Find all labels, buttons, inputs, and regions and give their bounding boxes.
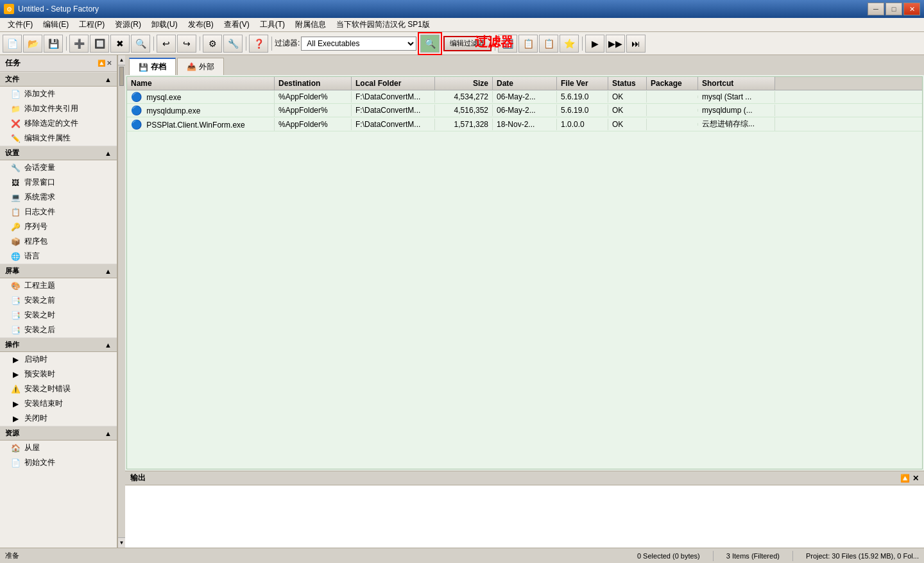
menu-file[interactable]: 文件(F) [3, 18, 38, 31]
table-row[interactable]: 🔵 mysqldump.exe %AppFolder% F:\DataConve… [127, 104, 922, 117]
sidebar-item-edit-props[interactable]: ✏️ 编辑文件属性 [0, 131, 117, 146]
col-header-shortcut[interactable]: Shortcut [698, 77, 775, 90]
section-actions-header[interactable]: 操作 ▲ [0, 337, 117, 352]
add-button[interactable]: ➕ [69, 35, 89, 53]
menu-uninstall[interactable]: 卸载(U) [146, 18, 183, 31]
filter-select[interactable]: All Executables [301, 37, 416, 51]
file-list-container[interactable]: Name Destination Local Folder Size Date … [126, 76, 923, 469]
menu-extra[interactable]: 附属信息 [290, 18, 331, 31]
cell-name-1: 🔵 mysql.exe [127, 90, 275, 103]
status-project: Project: 30 Files (15.92 MB), 0 Fol... [806, 552, 919, 560]
sidebar-item-install-error-label: 安装之时错误 [24, 383, 71, 394]
col-header-filever[interactable]: File Ver [557, 77, 608, 90]
sidebar-scrollbar[interactable]: ▲ ▼ [117, 55, 125, 548]
tab-archive[interactable]: 💾 存档 [129, 58, 176, 75]
sidebar-item-install-end[interactable]: ▶ 安装结束时 [0, 396, 117, 411]
run2-button[interactable]: ▶▶ [606, 35, 625, 53]
col-header-destination[interactable]: Destination [275, 77, 352, 90]
new-button[interactable]: 📄 [3, 35, 22, 53]
tab-external[interactable]: 📤 外部 [177, 58, 224, 75]
cell-status-2: OK [608, 105, 647, 116]
edit-filter-button[interactable]: 编辑过滤器 [443, 36, 492, 51]
scrollbar-down[interactable]: ▼ [118, 537, 125, 548]
sidebar-item-add-folder[interactable]: 📁 添加文件夹引用 [0, 101, 117, 116]
sidebar-item-shutdown[interactable]: ▶ 关闭时 [0, 411, 117, 426]
menu-about[interactable]: 当下软件园简洁汉化 SP1版 [331, 18, 435, 31]
settings-button[interactable]: ⚙ [203, 35, 222, 53]
maximize-button[interactable]: □ [886, 3, 902, 15]
scrollbar-thumb[interactable] [119, 67, 124, 86]
sidebar-item-language[interactable]: 🌐 语言 [0, 249, 117, 264]
sidebar-item-bg-window[interactable]: 🖼 背景窗口 [0, 175, 117, 190]
settings2-button[interactable]: 🔧 [223, 35, 243, 53]
open-button[interactable]: 📂 [23, 35, 42, 53]
session-var-icon: 🔧 [10, 163, 21, 173]
sidebar-item-session-var[interactable]: 🔧 会话变量 [0, 160, 117, 175]
col-header-package[interactable]: Package [647, 77, 698, 90]
redo-button[interactable]: ↪ [177, 35, 196, 53]
extra-button[interactable]: ⭐ [560, 35, 579, 53]
sidebar-item-startup-label: 启动时 [24, 354, 47, 365]
menu-bar: 文件(F) 编辑(E) 工程(P) 资源(R) 卸载(U) 发布(B) 查看(V… [0, 18, 924, 32]
scrollbar-up[interactable]: ▲ [118, 55, 125, 65]
close-button[interactable]: ✕ [903, 3, 920, 15]
output-close-icon[interactable]: ✕ [912, 474, 919, 483]
sidebar-item-during-install[interactable]: 📑 安装之时 [0, 308, 117, 323]
section-files-header[interactable]: 文件 ▲ [0, 72, 117, 87]
save-button[interactable]: 💾 [44, 35, 63, 53]
col-header-status[interactable]: Status [608, 77, 647, 90]
sidebar-item-after-install[interactable]: 📑 安装之后 [0, 323, 117, 337]
add-file-icon: 📄 [10, 89, 21, 99]
menu-tools[interactable]: 工具(T) [255, 18, 290, 31]
paste-button[interactable]: 📋 [539, 35, 558, 53]
sidebar-item-log-file[interactable]: 📋 日志文件 [0, 205, 117, 219]
sidebar-item-startup[interactable]: ▶ 启动时 [0, 352, 117, 367]
sidebar-collapse[interactable]: 🔼 [98, 60, 105, 67]
undo-button[interactable]: ↩ [157, 35, 176, 53]
sidebar-item-serial[interactable]: 🔑 序列号 [0, 219, 117, 234]
menu-publish[interactable]: 发布(B) [183, 18, 219, 31]
cell-local-3: F:\DataConvertM... [352, 119, 435, 130]
col-header-date[interactable]: Date [493, 77, 557, 90]
help-button[interactable]: ❓ [249, 35, 268, 53]
sidebar-item-pre-install-label: 预安装时 [24, 369, 55, 380]
sidebar-item-during-install-label: 安装之时 [24, 310, 55, 321]
sidebar-item-project-theme[interactable]: 🎨 工程主题 [0, 278, 117, 293]
minimize-button[interactable]: ─ [868, 3, 884, 15]
refresh-button[interactable]: 🔄 [498, 35, 517, 53]
sidebar-item-package[interactable]: 📦 程序包 [0, 234, 117, 249]
col-header-name[interactable]: Name [127, 77, 275, 90]
sidebar-item-initial-file[interactable]: 📄 初始文件 [0, 455, 117, 470]
col-header-size[interactable]: Size [435, 77, 493, 90]
copy-button[interactable]: 📋 [518, 35, 538, 53]
sidebar-item-before-install[interactable]: 📑 安装之前 [0, 293, 117, 308]
filter-icon-button[interactable]: 🔍 [420, 35, 440, 53]
table-row[interactable]: 🔵 mysql.exe %AppFolder% F:\DataConvertM.… [127, 90, 922, 104]
section-screens-header[interactable]: 屏幕 ▲ [0, 264, 117, 278]
table-row[interactable]: 🔵 PSSPlat.Client.WinForm.exe %AppFolder%… [127, 117, 922, 131]
delete-button[interactable]: ✖ [110, 35, 130, 53]
sidebar-item-from-home[interactable]: 🏠 从屋 [0, 441, 117, 455]
sidebar-item-pre-install[interactable]: ▶ 预安装时 [0, 367, 117, 382]
add2-button[interactable]: 🔲 [90, 35, 109, 53]
menu-view[interactable]: 查看(V) [219, 18, 255, 31]
app-icon: ⚙ [4, 4, 14, 14]
run-button[interactable]: ▶ [585, 35, 604, 53]
run3-button[interactable]: ⏭ [626, 35, 646, 53]
menu-project[interactable]: 工程(P) [74, 18, 110, 31]
menu-edit[interactable]: 编辑(E) [38, 18, 74, 31]
sidebar-item-remove-file[interactable]: ❌ 移除选定的文件 [0, 116, 117, 131]
sidebar-item-install-error[interactable]: ⚠️ 安装之时错误 [0, 382, 117, 396]
section-resources-header[interactable]: 资源 ▲ [0, 426, 117, 441]
cell-name-2: 🔵 mysqldump.exe [127, 104, 275, 117]
sidebar-close[interactable]: ✕ [107, 60, 112, 67]
cell-filever-1: 5.6.19.0 [557, 91, 608, 103]
output-expand-icon[interactable]: 🔼 [900, 474, 910, 483]
sidebar-item-sys-req[interactable]: 💻 系统需求 [0, 190, 117, 205]
col-header-local-folder[interactable]: Local Folder [352, 77, 435, 90]
find-button[interactable]: 🔍 [131, 35, 150, 53]
task-panel-header[interactable]: 任务 🔼 ✕ [0, 55, 117, 72]
menu-resource[interactable]: 资源(R) [110, 18, 146, 31]
sidebar-item-add-file[interactable]: 📄 添加文件 [0, 87, 117, 101]
section-settings-header[interactable]: 设置 ▲ [0, 146, 117, 160]
